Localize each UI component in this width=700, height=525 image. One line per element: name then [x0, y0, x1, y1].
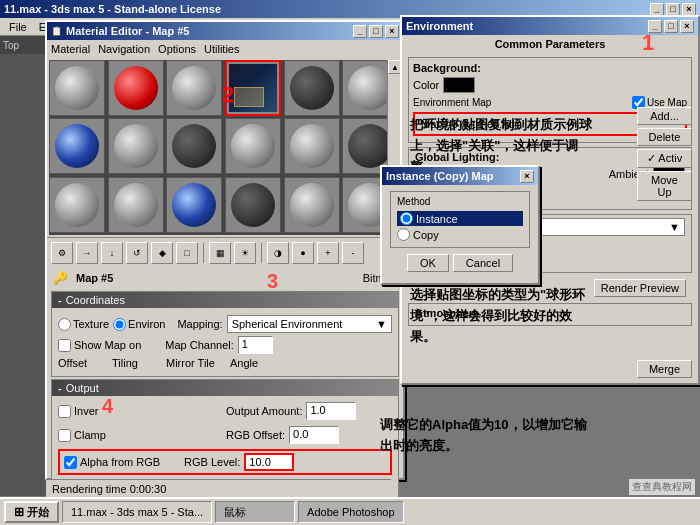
- sphere-cell-15[interactable]: [166, 177, 222, 233]
- make-unique-btn[interactable]: ◆: [151, 242, 173, 264]
- background-btn[interactable]: ▦: [209, 242, 231, 264]
- copy-radio[interactable]: [397, 228, 410, 241]
- maximize-btn[interactable]: □: [666, 3, 680, 16]
- sphere-cell-8[interactable]: [108, 118, 164, 174]
- render-preview-btn[interactable]: Render Preview: [594, 279, 686, 297]
- reset-btn[interactable]: ↺: [126, 242, 148, 264]
- put-to-scene-btn[interactable]: →: [76, 242, 98, 264]
- output-amount-value: 1.0: [310, 404, 325, 416]
- offset-labels-row: Offset Tiling Mirror Tile Angle: [58, 357, 392, 369]
- taskbar-photoshop[interactable]: Adobe Photoshop: [298, 501, 403, 523]
- instance-radio[interactable]: [400, 212, 413, 225]
- environ-radio-label[interactable]: Environ: [113, 318, 165, 331]
- material-editor-window: 📋 Material Editor - Map #5 _ □ × Materia…: [45, 20, 405, 480]
- instance-dialog: Instance (Copy) Map × Method Instance Co…: [380, 165, 540, 285]
- show-map-checkbox[interactable]: [58, 339, 71, 352]
- taskbar-3dsmax[interactable]: 11.max - 3ds max 5 - Sta...: [62, 501, 212, 523]
- side-buttons: Add... Delete ✓ Activ Move Up: [637, 107, 692, 201]
- sphere-ball-9: [172, 124, 216, 168]
- get-material-btn[interactable]: ⚙: [51, 242, 73, 264]
- inst-buttons: OK Cancel: [390, 254, 530, 272]
- zoom-out-btn[interactable]: -: [342, 242, 364, 264]
- assign-btn[interactable]: ↓: [101, 242, 123, 264]
- sphere-cell-1[interactable]: [49, 60, 105, 116]
- sphere-cell-3[interactable]: [166, 60, 222, 116]
- rgb-level-input[interactable]: 10.0: [244, 453, 294, 471]
- rgb-offset-value: 0.0: [293, 428, 308, 440]
- mat-maximize-btn[interactable]: □: [369, 25, 383, 38]
- merge-btn[interactable]: Merge: [637, 360, 692, 378]
- render-preview-label: Render Preview: [601, 282, 679, 294]
- environ-radio[interactable]: [113, 318, 126, 331]
- status-bar: Rendering time 0:00:30: [46, 479, 391, 497]
- invert-checkbox[interactable]: [58, 405, 71, 418]
- sphere-cell-17[interactable]: [284, 177, 340, 233]
- mat-minimize-btn[interactable]: _: [353, 25, 367, 38]
- sphere-cylinder-btn[interactable]: ●: [292, 242, 314, 264]
- bg-color-row: Color: [413, 77, 687, 93]
- mat-menu-navigation[interactable]: Navigation: [98, 43, 150, 55]
- menu-file[interactable]: File: [4, 20, 32, 34]
- clamp-checkbox[interactable]: [58, 429, 71, 442]
- delete-btn[interactable]: Delete: [637, 128, 692, 146]
- zoom-in-btn[interactable]: +: [317, 242, 339, 264]
- texture-radio[interactable]: [58, 318, 71, 331]
- mat-menu-utilities[interactable]: Utilities: [204, 43, 239, 55]
- active-btn[interactable]: ✓ Activ: [637, 149, 692, 168]
- start-button[interactable]: ⊞ 开始: [4, 501, 59, 523]
- angle-label: Angle: [230, 357, 258, 369]
- minimize-btn[interactable]: _: [650, 3, 664, 16]
- mat-menu-options[interactable]: Options: [158, 43, 196, 55]
- number-badge-3: 3: [267, 270, 278, 293]
- mat-editor-title: Material Editor - Map #5: [66, 25, 189, 37]
- active-label: ✓ Activ: [647, 152, 682, 164]
- inst-content: Method Instance Copy OK Cancel: [382, 185, 538, 278]
- invert-label[interactable]: Inver: [58, 405, 98, 418]
- env-close-btn[interactable]: ×: [680, 20, 694, 33]
- ok-btn[interactable]: OK: [407, 254, 449, 272]
- sphere-cell-11[interactable]: [284, 118, 340, 174]
- close-btn[interactable]: ×: [682, 3, 696, 16]
- alpha-rgb-label[interactable]: Alpha from RGB: [64, 456, 160, 469]
- backlight-btn[interactable]: ☀: [234, 242, 256, 264]
- main-win-controls: _ □ ×: [650, 3, 696, 16]
- add-btn[interactable]: Add...: [637, 107, 692, 125]
- clamp-label[interactable]: Clamp: [58, 429, 106, 442]
- sphere-ball-3: [172, 66, 216, 110]
- env-map-label: Environment Map: [413, 97, 491, 108]
- output-amount-row: Output Amount: 1.0: [226, 402, 392, 420]
- sphere-cell-7[interactable]: [49, 118, 105, 174]
- rgb-offset-input[interactable]: 0.0: [289, 426, 339, 444]
- delete-label: Delete: [649, 131, 681, 143]
- instance-option[interactable]: Instance: [397, 211, 523, 226]
- output-amount-input[interactable]: 1.0: [306, 402, 356, 420]
- sphere-cell-13[interactable]: [49, 177, 105, 233]
- coordinates-section: - Coordinates Texture Environ Mapping:: [51, 291, 399, 377]
- show-map-btn[interactable]: □: [176, 242, 198, 264]
- cancel-btn[interactable]: Cancel: [453, 254, 513, 272]
- mat-menu-material[interactable]: Material: [51, 43, 90, 55]
- texture-radio-label[interactable]: Texture: [58, 318, 109, 331]
- copy-option[interactable]: Copy: [397, 228, 523, 241]
- env-maximize-btn[interactable]: □: [664, 20, 678, 33]
- mapping-dropdown[interactable]: Spherical Environment ▼: [227, 315, 392, 333]
- alpha-rgb-checkbox[interactable]: [64, 456, 77, 469]
- sphere-ball-8: [114, 124, 158, 168]
- show-map-label[interactable]: Show Map on: [58, 339, 141, 352]
- sphere-cell-10[interactable]: [225, 118, 281, 174]
- sphere-cell-2[interactable]: [108, 60, 164, 116]
- inst-close-btn[interactable]: ×: [520, 170, 534, 183]
- sphere-cell-16[interactable]: [225, 177, 281, 233]
- sphere-cell-5[interactable]: [284, 60, 340, 116]
- bg-color-swatch[interactable]: [443, 77, 475, 93]
- coord-minus-icon[interactable]: -: [58, 294, 62, 306]
- sphere-cell-9[interactable]: [166, 118, 222, 174]
- mat-close-btn[interactable]: ×: [385, 25, 399, 38]
- video-color-btn[interactable]: ◑: [267, 242, 289, 264]
- sphere-cell-14[interactable]: [108, 177, 164, 233]
- map-channel-input[interactable]: 1: [238, 336, 273, 354]
- move-up-btn[interactable]: Move Up: [637, 171, 692, 201]
- taskbar-mouse[interactable]: 鼠标: [215, 501, 295, 523]
- output-minus-icon[interactable]: -: [58, 382, 62, 394]
- map-channel-label: Map Channel:: [165, 339, 234, 351]
